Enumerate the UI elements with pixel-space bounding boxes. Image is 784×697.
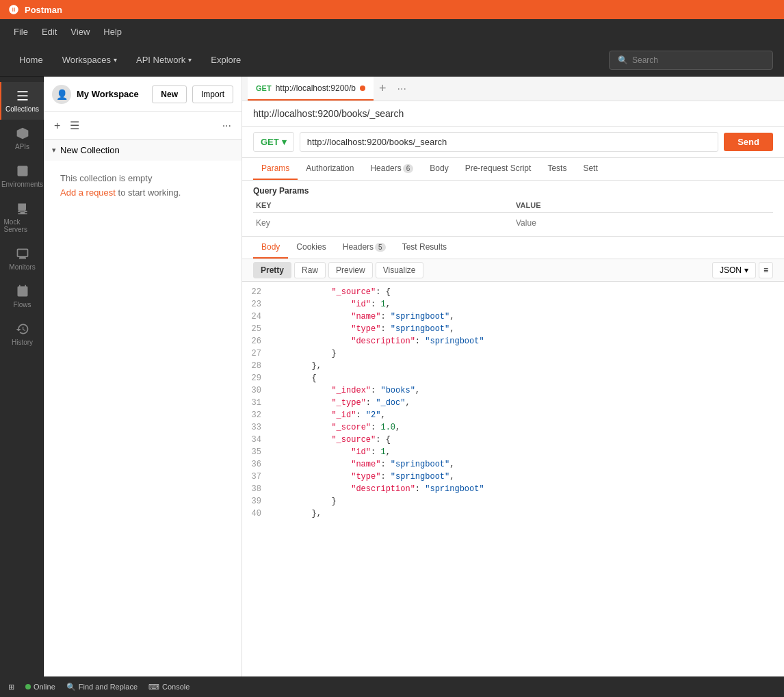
json-punct — [272, 410, 331, 420]
resp-tab-body[interactable]: Body — [253, 237, 288, 259]
find-replace-button[interactable]: 🔍 Find and Replace — [66, 683, 138, 692]
req-tab-pre-request[interactable]: Pre-request Script — [457, 158, 540, 180]
workspace-header: 👤 My Workspace New Import — [44, 77, 241, 112]
response-toolbar: Pretty Raw Preview Visualize JSON ▾ ≡ — [242, 259, 784, 282]
json-punct — [272, 398, 331, 408]
req-tab-authorization[interactable]: Authorization — [298, 158, 362, 180]
json-num: 1.0 — [380, 423, 395, 432]
json-str: "springboot" — [391, 324, 449, 334]
json-punct: , — [449, 472, 454, 482]
json-str: "books" — [380, 386, 415, 395]
json-punct: } — [272, 349, 337, 358]
req-tab-body[interactable]: Body — [421, 158, 456, 180]
format-raw-button[interactable]: Raw — [294, 262, 326, 278]
menu-edit[interactable]: Edit — [36, 24, 62, 40]
resp-tab-cookies[interactable]: Cookies — [288, 237, 334, 259]
json-str: "springboot" — [391, 312, 449, 321]
tab-method: GET — [256, 84, 272, 92]
json-punct — [272, 423, 331, 432]
nav-explore[interactable]: Explore — [202, 51, 249, 69]
req-tab-params[interactable]: Params — [253, 158, 298, 180]
line-number: 23 — [242, 300, 270, 312]
json-punct — [272, 300, 351, 309]
method-select[interactable]: GET ▾ — [253, 132, 294, 152]
req-tab-tests[interactable]: Tests — [539, 158, 575, 180]
code-line: 36 "name": "springboot", — [242, 460, 784, 472]
sidebar-item-history[interactable]: History — [0, 315, 44, 353]
format-select[interactable]: JSON ▾ — [712, 262, 756, 278]
console-button[interactable]: ⌨ Console — [148, 683, 190, 692]
collection-search-input[interactable] — [87, 120, 214, 131]
menu-help[interactable]: Help — [98, 24, 127, 40]
nav-api-network[interactable]: API Network ▾ — [128, 51, 200, 69]
active-tab[interactable]: GET http://localhost:9200/b — [248, 77, 374, 101]
sidebar-item-flows[interactable]: Flows — [0, 278, 44, 315]
send-button[interactable]: Send — [724, 133, 773, 151]
line-content: { — [270, 373, 784, 386]
new-button[interactable]: New — [152, 86, 187, 103]
add-tab-button[interactable]: + — [374, 77, 392, 101]
format-preview-button[interactable]: Preview — [328, 262, 373, 278]
format-pretty-button[interactable]: Pretty — [253, 262, 291, 278]
wrap-button[interactable]: ≡ — [759, 262, 773, 278]
tabs-more-button[interactable]: ··· — [392, 77, 412, 101]
line-number: 25 — [242, 324, 270, 337]
query-params-title: Query Params — [253, 186, 773, 196]
new-collection-item[interactable]: ▾ New Collection — [44, 140, 241, 161]
nav-workspaces[interactable]: Workspaces ▾ — [54, 51, 125, 69]
import-button[interactable]: Import — [192, 86, 233, 103]
url-input[interactable] — [300, 132, 718, 152]
menu-file[interactable]: File — [8, 24, 34, 40]
json-punct: , — [415, 386, 420, 395]
json-punct — [272, 324, 351, 334]
code-line: 40 }, — [242, 509, 784, 521]
sidebar-item-mock-servers[interactable]: Mock Servers — [0, 195, 44, 240]
json-str: "2" — [366, 410, 381, 420]
json-num: 1 — [380, 447, 385, 457]
line-number: 32 — [242, 410, 270, 423]
line-content: "description": "springboot" — [270, 484, 784, 497]
line-number: 26 — [242, 337, 270, 349]
line-number: 31 — [242, 398, 270, 410]
sidebar-item-environments[interactable]: Environments — [0, 157, 44, 195]
json-key: "description" — [351, 337, 415, 346]
sidebar-item-collections[interactable]: Collections — [0, 82, 44, 120]
json-punct: : — [371, 423, 380, 432]
value-input[interactable] — [513, 215, 773, 231]
mock-servers-icon — [16, 202, 29, 215]
json-punct: : — [356, 410, 365, 420]
format-visualize-button[interactable]: Visualize — [376, 262, 423, 278]
resp-tab-test-results[interactable]: Test Results — [394, 237, 455, 259]
sidebar-panel: 👤 My Workspace New Import + ☰ ··· ▾ New … — [44, 77, 242, 676]
layout-toggle[interactable]: ⊞ — [8, 683, 14, 692]
filter-button[interactable]: ☰ — [68, 117, 81, 134]
json-punct: }, — [272, 361, 322, 371]
nav-home[interactable]: Home — [11, 51, 51, 69]
add-request-link[interactable]: Add a request — [60, 187, 116, 198]
line-number: 29 — [242, 373, 270, 386]
json-key: "_type" — [331, 398, 365, 408]
key-input[interactable] — [253, 215, 513, 231]
line-number: 33 — [242, 423, 270, 435]
json-punct: : { — [376, 287, 391, 297]
collection-empty-message: This collection is empty Add a request t… — [44, 161, 241, 211]
sidebar-item-monitors[interactable]: Monitors — [0, 240, 44, 278]
line-content: "_index": "books", — [270, 386, 784, 398]
add-collection-button[interactable]: + — [52, 118, 62, 134]
code-line: 39 } — [242, 497, 784, 509]
collection-more-button[interactable]: ··· — [220, 118, 233, 134]
sidebar-item-apis[interactable]: APIs — [0, 120, 44, 157]
json-str: "springboot" — [391, 472, 449, 482]
sidebar-icons: Collections APIs Environments Mock Serve… — [0, 77, 44, 676]
search-bar[interactable]: 🔍 Search — [609, 51, 773, 70]
json-key: "type" — [351, 472, 380, 482]
json-punct: : — [371, 300, 380, 309]
titlebar: Postman — [0, 0, 784, 19]
menu-view[interactable]: View — [65, 24, 95, 40]
json-punct: , — [380, 410, 385, 420]
json-punct — [272, 460, 351, 469]
resp-tab-headers[interactable]: Headers5 — [335, 237, 394, 259]
req-tab-settings[interactable]: Sett — [575, 158, 605, 180]
req-tab-headers[interactable]: Headers6 — [362, 158, 421, 180]
collection-name: New Collection — [60, 145, 120, 155]
